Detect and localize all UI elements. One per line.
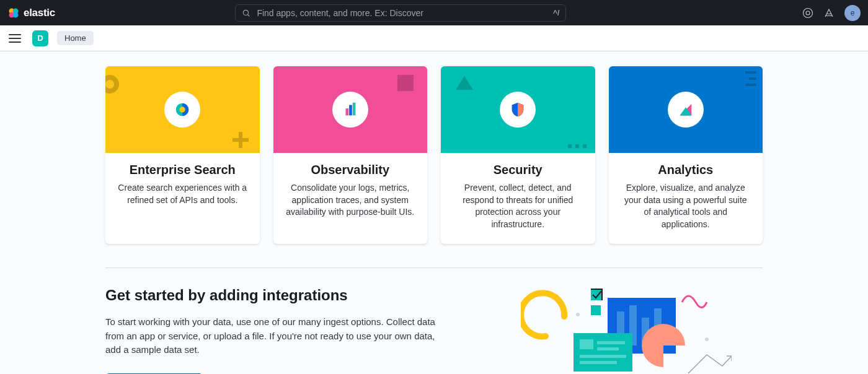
card-hero [105, 66, 260, 153]
svg-rect-28 [597, 347, 619, 350]
elastic-logo-icon [7, 7, 20, 19]
svg-rect-27 [597, 341, 625, 344]
svg-rect-12 [353, 103, 356, 116]
brand-text: elastic [24, 7, 55, 19]
card-title: Analytics [620, 163, 752, 177]
card-title: Security [452, 163, 584, 177]
svg-rect-30 [580, 361, 617, 364]
svg-rect-10 [345, 108, 348, 115]
nav-toggle-icon[interactable] [9, 32, 21, 45]
svg-point-4 [244, 10, 249, 15]
space-selector[interactable]: D [32, 30, 48, 46]
get-started-illustration [490, 287, 763, 374]
card-desc: Consolidate your logs, metrics, applicat… [285, 182, 417, 219]
divider [105, 267, 763, 268]
svg-rect-11 [349, 105, 352, 116]
svg-rect-25 [574, 333, 632, 372]
card-enterprise-search[interactable]: Enterprise Search Create search experien… [105, 66, 260, 244]
svg-point-34 [705, 337, 709, 341]
search-shortcut: ^/ [553, 9, 559, 17]
get-started-desc: To start working with your data, use one… [105, 315, 453, 357]
card-observability[interactable]: Observability Consolidate your logs, met… [273, 66, 428, 244]
card-desc: Create search experiences with a refined… [117, 182, 249, 206]
svg-line-5 [248, 14, 250, 16]
svg-rect-29 [580, 355, 626, 358]
svg-point-6 [804, 8, 813, 17]
news-icon[interactable] [823, 7, 835, 19]
svg-point-7 [806, 11, 810, 15]
card-desc: Prevent, collect, detect, and respond to… [452, 182, 584, 230]
get-started-title: Get started by adding integrations [105, 287, 453, 304]
svg-point-3 [13, 12, 19, 17]
card-hero [273, 66, 428, 153]
security-icon [508, 100, 527, 119]
card-title: Enterprise Search [117, 163, 249, 177]
search-placeholder: Find apps, content, and more. Ex: Discov… [257, 8, 553, 18]
card-desc: Explore, visualize, and analyze your dat… [620, 182, 752, 230]
card-security[interactable]: Security Prevent, collect, detect, and r… [441, 66, 595, 244]
analytics-icon [676, 100, 695, 119]
svg-point-9 [180, 107, 185, 112]
observability-icon [341, 100, 360, 119]
enterprise-search-icon [173, 100, 192, 119]
breadcrumb-home[interactable]: Home [57, 31, 94, 45]
search-icon [242, 9, 250, 17]
card-title: Observability [285, 163, 417, 177]
user-avatar[interactable]: e [844, 5, 861, 21]
svg-point-33 [576, 313, 580, 316]
global-search[interactable]: Find apps, content, and more. Ex: Discov… [235, 4, 566, 22]
brand-logo[interactable]: elastic [7, 7, 55, 19]
top-header: elastic Find apps, content, and more. Ex… [0, 0, 868, 25]
sub-nav: D Home [0, 25, 868, 51]
svg-rect-32 [591, 305, 601, 315]
card-analytics[interactable]: Analytics Explore, visualize, and analyz… [609, 66, 763, 244]
help-icon[interactable] [802, 7, 813, 19]
card-hero [441, 66, 595, 153]
card-hero [609, 66, 763, 153]
svg-rect-26 [580, 339, 593, 349]
get-started-section: Get started by adding integrations To st… [105, 287, 763, 374]
main-content: Enterprise Search Create search experien… [0, 51, 868, 374]
solution-cards: Enterprise Search Create search experien… [105, 66, 763, 244]
svg-rect-31 [591, 289, 602, 300]
